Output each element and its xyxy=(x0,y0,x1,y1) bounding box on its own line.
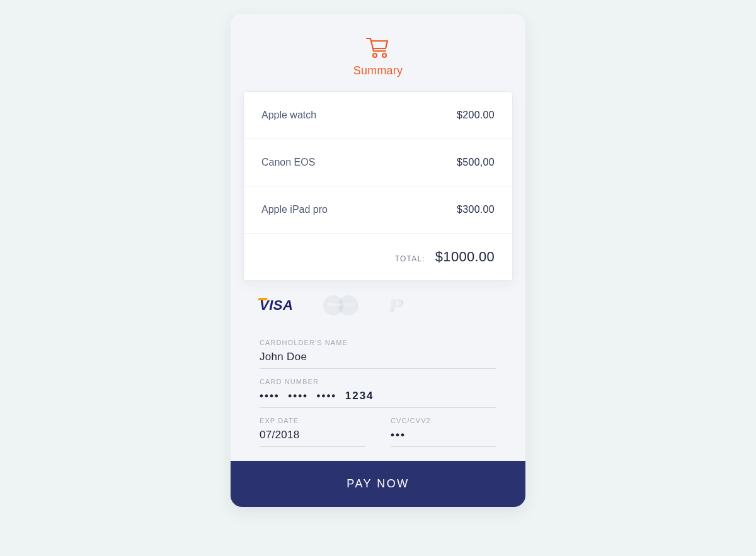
total-value: $1000.00 xyxy=(435,249,495,265)
summary-title: Summary xyxy=(231,64,525,77)
svg-point-0 xyxy=(373,54,377,57)
cvc-label: CVC/CVV2 xyxy=(391,417,496,424)
item-price: $500,00 xyxy=(457,157,495,168)
svg-point-1 xyxy=(382,54,386,57)
payment-method-selector: VISA MasterCard P xyxy=(231,281,525,321)
cardholder-label: CARDHOLDER'S NAME xyxy=(260,339,496,346)
payment-method-paypal[interactable]: P xyxy=(389,295,401,316)
cart-icon xyxy=(231,35,525,60)
order-item-row: Canon EOS $500,00 xyxy=(244,139,512,186)
checkout-card: Summary Apple watch $200.00 Canon EOS $5… xyxy=(231,14,525,507)
item-name: Apple iPad pro xyxy=(261,204,328,215)
item-name: Apple watch xyxy=(261,110,316,121)
cardholder-input[interactable] xyxy=(260,346,496,369)
payment-method-visa[interactable]: VISA xyxy=(260,297,293,314)
cvc-input[interactable] xyxy=(391,424,496,447)
item-price: $200.00 xyxy=(457,110,495,121)
total-label: TOTAL: xyxy=(395,254,425,263)
field-cvc: CVC/CVV2 xyxy=(391,417,496,447)
payment-form: CARDHOLDER'S NAME CARD NUMBER EXP DATE C… xyxy=(231,321,525,461)
mastercard-label: MasterCard xyxy=(327,302,353,307)
summary-header: Summary xyxy=(231,14,525,91)
cardnumber-label: CARD NUMBER xyxy=(260,378,496,385)
payment-method-mastercard[interactable]: MasterCard xyxy=(323,295,358,315)
order-item-row: Apple iPad pro $300.00 xyxy=(244,186,512,234)
item-price: $300.00 xyxy=(457,204,495,215)
field-expdate: EXP DATE xyxy=(260,417,365,447)
expdate-input[interactable] xyxy=(260,424,365,447)
pay-now-button[interactable]: PAY NOW xyxy=(231,461,525,507)
item-name: Canon EOS xyxy=(261,157,315,168)
field-cardholder: CARDHOLDER'S NAME xyxy=(260,339,496,369)
order-items: Apple watch $200.00 Canon EOS $500,00 Ap… xyxy=(243,91,513,281)
order-total-row: TOTAL: $1000.00 xyxy=(244,234,512,280)
order-item-row: Apple watch $200.00 xyxy=(244,92,512,139)
field-cardnumber: CARD NUMBER xyxy=(260,378,496,408)
cardnumber-input[interactable] xyxy=(260,385,496,408)
expdate-label: EXP DATE xyxy=(260,417,365,424)
